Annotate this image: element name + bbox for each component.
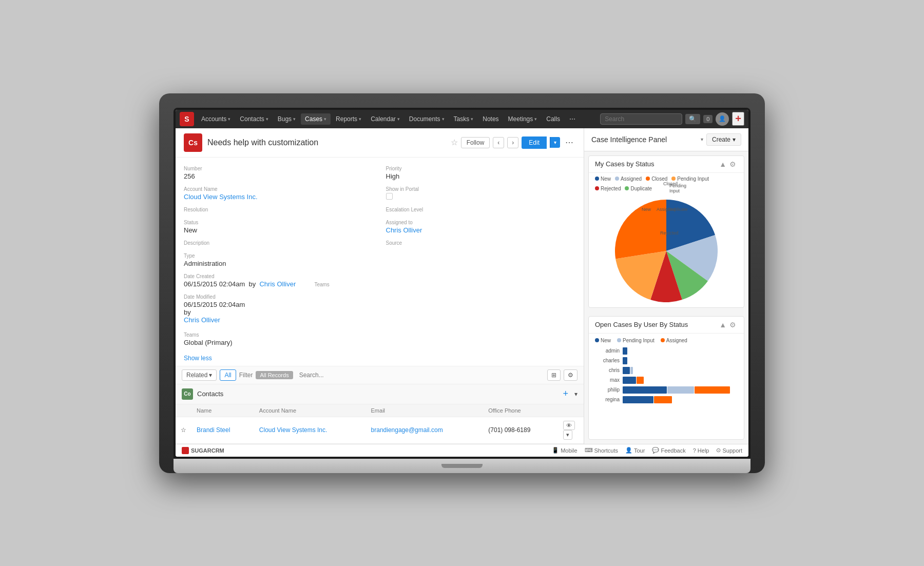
bar-track bbox=[623, 377, 738, 384]
contacts-add-button[interactable]: + bbox=[561, 388, 570, 399]
legend-item-new: New bbox=[595, 176, 611, 182]
create-button[interactable]: Create ▾ bbox=[706, 133, 741, 146]
avatar[interactable]: 👤 bbox=[716, 112, 729, 126]
field-teams-row: Teams Global (Primary) bbox=[176, 332, 584, 350]
nav-item-bugs[interactable]: Bugs ▾ bbox=[274, 113, 300, 125]
field-assigned-to: Assigned to Chris Olliver bbox=[386, 220, 576, 234]
nav-item-notes[interactable]: Notes bbox=[478, 113, 503, 125]
contacts-avatar: Co bbox=[182, 388, 193, 400]
col-header-account-name: Account Name bbox=[254, 404, 366, 417]
footer-shortcuts-link[interactable]: ⌨ Shortcuts bbox=[585, 447, 618, 454]
row-more-button[interactable]: ▾ bbox=[563, 430, 572, 440]
search-input[interactable] bbox=[600, 113, 682, 125]
follow-button[interactable]: Follow bbox=[461, 137, 490, 148]
notification-badge[interactable]: 0 bbox=[703, 115, 713, 123]
search-button[interactable]: 🔍 bbox=[685, 114, 700, 124]
row-account-cell: Cloud View Systems Inc. bbox=[254, 417, 366, 443]
footer-help-link[interactable]: ? Help bbox=[693, 447, 709, 454]
bar-row: charles bbox=[595, 357, 738, 364]
chevron-down-icon: ▾ bbox=[228, 116, 230, 122]
case-title: Needs help with customization bbox=[207, 138, 446, 147]
date-modified-by-link[interactable]: Chris Olliver bbox=[184, 316, 220, 324]
edit-dropdown-button[interactable]: ▾ bbox=[550, 137, 560, 148]
row-email-cell: brandiengage@gmail.com bbox=[366, 417, 484, 443]
sugarcrm-logo-icon bbox=[182, 447, 189, 454]
chevron-down-icon: ▾ bbox=[293, 116, 296, 122]
bar-label: philip bbox=[595, 387, 620, 393]
footer-logo: SUGARCRM bbox=[182, 447, 224, 454]
nav-item-calls[interactable]: Calls bbox=[542, 113, 564, 125]
contacts-expand-button[interactable]: ▾ bbox=[574, 391, 578, 398]
bar-assigned bbox=[695, 386, 730, 394]
field-show-in-portal: Show in Portal bbox=[386, 186, 576, 201]
contact-account-link[interactable]: Cloud View Systems Inc. bbox=[259, 426, 328, 434]
related-settings-button[interactable]: ⚙ bbox=[564, 369, 578, 381]
related-dropdown-button[interactable]: Related ▾ bbox=[182, 369, 217, 381]
footer-feedback-link[interactable]: 💬 Feedback bbox=[652, 447, 685, 454]
my-cases-widget: My Cases by Status ▲ ⚙ New Assigned bbox=[588, 155, 744, 308]
account-name-link[interactable]: Cloud View Systems Inc. bbox=[184, 193, 374, 201]
nav-item-accounts[interactable]: Accounts ▾ bbox=[197, 113, 235, 125]
case-more-button[interactable]: ⋯ bbox=[563, 138, 575, 147]
open-cases-widget-header: Open Cases By User By Status ▲ ⚙ bbox=[589, 317, 744, 334]
field-number: Number 256 bbox=[184, 166, 374, 180]
widget-title: My Cases by Status bbox=[595, 160, 718, 168]
nav-item-contacts[interactable]: Contacts ▾ bbox=[236, 113, 272, 125]
bar-track bbox=[623, 347, 738, 355]
legend-dot-new bbox=[595, 177, 599, 181]
footer-mobile-link[interactable]: 📱 Mobile bbox=[552, 447, 577, 454]
col-header-actions bbox=[558, 404, 584, 417]
feedback-icon: 💬 bbox=[652, 447, 659, 454]
edit-button[interactable]: Edit bbox=[522, 136, 547, 149]
contact-email-link[interactable]: brandiengage@gmail.com bbox=[371, 426, 443, 434]
related-search-input[interactable] bbox=[296, 370, 544, 380]
nav-item-calendar[interactable]: Calendar ▾ bbox=[367, 113, 404, 125]
app-logo[interactable]: S bbox=[180, 112, 194, 126]
case-detail-panel: Cs Needs help with customization ☆ Follo… bbox=[176, 128, 584, 444]
widget-header: My Cases by Status ▲ ⚙ bbox=[589, 156, 744, 173]
grid-view-button[interactable]: ⊞ bbox=[547, 369, 561, 381]
all-button[interactable]: All bbox=[220, 369, 236, 381]
open-cases-widget-title: Open Cases By User By Status bbox=[595, 321, 718, 328]
bar-legend-pending: Pending Input bbox=[617, 338, 654, 343]
date-created-by-link[interactable]: Chris Olliver bbox=[259, 280, 296, 288]
show-in-portal-checkbox[interactable] bbox=[386, 193, 393, 200]
bar-rows-container: admin charles chris max philip bbox=[595, 347, 738, 403]
widget-collapse-button[interactable]: ▲ bbox=[718, 160, 728, 168]
bar-row: philip bbox=[595, 386, 738, 394]
bar-new bbox=[623, 357, 627, 364]
footer-support-link[interactable]: ⊙ Support bbox=[716, 447, 742, 454]
intelligence-panel: Case Intelligence Panel ▾ Create ▾ My Ca… bbox=[584, 128, 748, 444]
shortcuts-icon: ⌨ bbox=[585, 447, 593, 454]
mobile-icon: 📱 bbox=[552, 447, 559, 454]
prev-record-button[interactable]: ‹ bbox=[493, 137, 504, 148]
bar-new bbox=[623, 386, 667, 394]
nav-more-button[interactable]: ⋯ bbox=[565, 113, 580, 125]
nav-item-reports[interactable]: Reports ▾ bbox=[332, 113, 365, 125]
nav-item-cases[interactable]: Cases ▾ bbox=[301, 113, 331, 125]
chevron-down-icon: ▾ bbox=[471, 116, 473, 122]
open-cases-settings-button[interactable]: ⚙ bbox=[728, 321, 738, 329]
bar-track bbox=[623, 357, 738, 364]
next-record-button[interactable]: › bbox=[507, 137, 518, 148]
footer-tour-link[interactable]: 👤 Tour bbox=[625, 447, 645, 454]
chevron-down-icon: ▾ bbox=[209, 372, 212, 379]
chevron-down-icon: ▾ bbox=[733, 136, 736, 143]
row-name-cell: Brandi Steel bbox=[191, 417, 254, 443]
main-layout: Cs Needs help with customization ☆ Follo… bbox=[176, 128, 748, 444]
all-records-badge[interactable]: All Records bbox=[256, 371, 293, 379]
favorite-button[interactable]: ☆ bbox=[451, 138, 458, 147]
nav-item-meetings[interactable]: Meetings ▾ bbox=[504, 113, 542, 125]
filter-label: Filter bbox=[239, 372, 253, 379]
widget-settings-button[interactable]: ⚙ bbox=[728, 160, 738, 168]
case-header: Cs Needs help with customization ☆ Follo… bbox=[176, 128, 584, 158]
nav-item-tasks[interactable]: Tasks ▾ bbox=[450, 113, 478, 125]
contact-name-link[interactable]: Brandi Steel bbox=[197, 426, 230, 434]
show-less-button[interactable]: Show less bbox=[176, 350, 220, 366]
open-cases-collapse-button[interactable]: ▲ bbox=[718, 321, 728, 329]
row-view-button[interactable]: 👁 bbox=[563, 421, 575, 430]
quick-create-button[interactable]: + bbox=[732, 112, 744, 126]
assigned-to-link[interactable]: Chris Olliver bbox=[386, 226, 576, 234]
nav-item-documents[interactable]: Documents ▾ bbox=[405, 113, 449, 125]
legend-dot-rejected bbox=[595, 186, 599, 190]
